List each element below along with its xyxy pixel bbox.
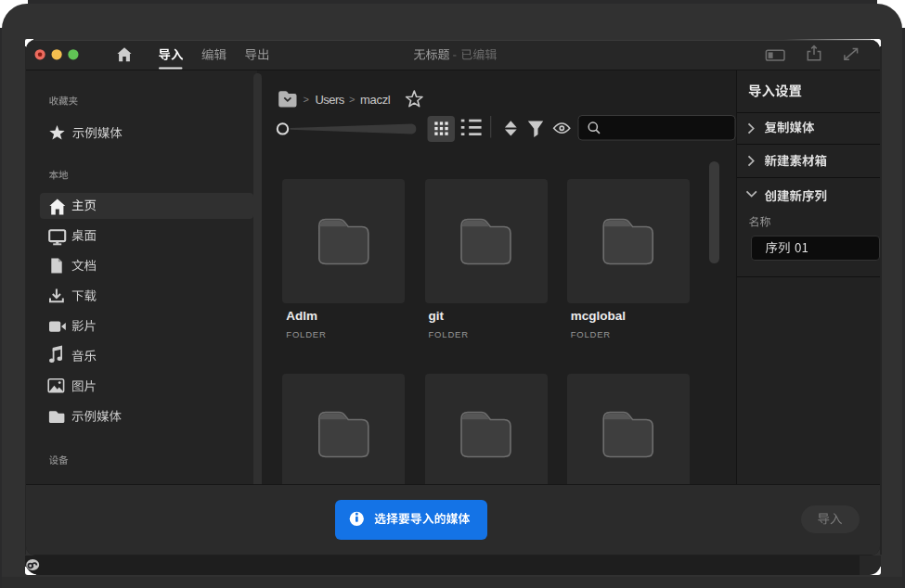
svg-text:FOLDER: FOLDER	[571, 329, 611, 339]
svg-text:Adlm: Adlm	[286, 309, 317, 323]
svg-text:git: git	[429, 309, 445, 323]
svg-text:>: >	[304, 94, 309, 105]
svg-text:Users: Users	[316, 93, 345, 107]
svg-text:>: >	[349, 94, 355, 105]
svg-text:maczl: maczl	[360, 93, 391, 107]
svg-text:FOLDER: FOLDER	[429, 329, 469, 339]
svg-text:mcglobal: mcglobal	[571, 309, 626, 323]
svg-text:FOLDER: FOLDER	[286, 329, 326, 339]
